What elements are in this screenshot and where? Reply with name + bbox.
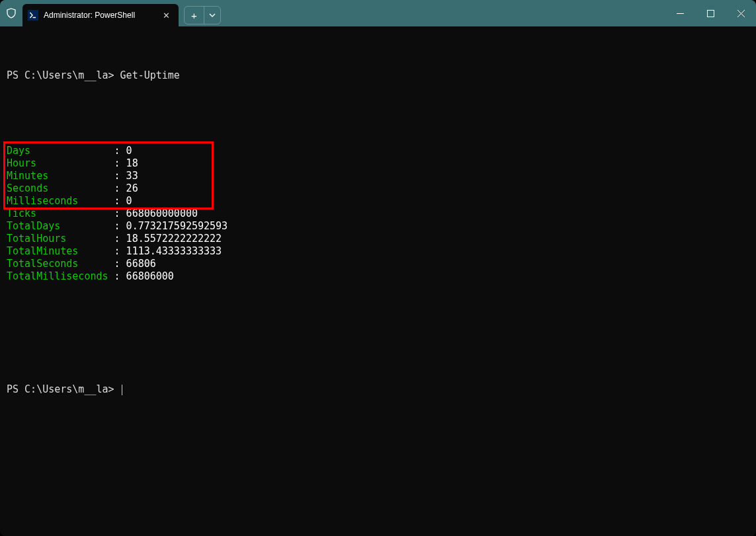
tab-close-button[interactable]: ✕	[160, 9, 172, 21]
prompt-prefix: PS	[7, 69, 24, 81]
colon: :	[114, 220, 126, 232]
colon: :	[114, 182, 126, 194]
prompt-line-1: PS C:\Users\m__la> Get-Uptime	[7, 69, 749, 82]
tab-title: Administrator: PowerShell	[44, 11, 155, 20]
window-controls	[665, 0, 756, 26]
output-row: Hours: 18	[7, 157, 749, 170]
output-row: Minutes: 33	[7, 170, 749, 182]
new-tab-group: +	[184, 6, 221, 24]
output-row: TotalMilliseconds: 66806000	[7, 270, 749, 283]
prompt-path: C:\Users\m__la>	[24, 383, 114, 395]
property-name: TotalDays	[7, 220, 114, 233]
property-name: Hours	[7, 157, 114, 170]
property-value: 18.5572222222222	[126, 233, 222, 245]
powershell-icon	[28, 10, 38, 20]
property-value: 1113.43333333333	[126, 245, 222, 257]
property-value: 668060000000	[126, 208, 198, 219]
property-value: 33	[126, 170, 138, 182]
property-value: 18	[126, 157, 138, 169]
property-name: TotalMilliseconds	[7, 270, 114, 283]
output-row: TotalMinutes: 1113.43333333333	[7, 245, 749, 258]
output-row: Milliseconds: 0	[7, 195, 749, 208]
property-name: Ticks	[7, 208, 114, 220]
property-name: Seconds	[7, 182, 114, 195]
property-name: TotalHours	[7, 233, 114, 245]
colon: :	[114, 157, 126, 169]
property-value: 66806000	[126, 270, 174, 282]
colon: :	[114, 195, 126, 207]
output-row: TotalHours: 18.5572222222222	[7, 233, 749, 245]
output-row: Ticks: 668060000000	[7, 208, 749, 220]
title-bar[interactable]: Administrator: PowerShell ✕ +	[0, 0, 756, 26]
property-value: 0	[126, 195, 132, 207]
prompt-prefix: PS	[7, 383, 24, 395]
output-row: TotalSeconds: 66806	[7, 258, 749, 270]
colon: :	[114, 170, 126, 182]
property-name: Days	[7, 145, 114, 157]
minimize-button[interactable]	[665, 0, 695, 26]
output-row: Seconds: 26	[7, 182, 749, 195]
new-tab-dropdown[interactable]	[204, 6, 220, 24]
svg-rect-0	[28, 11, 38, 20]
terminal-body[interactable]: PS C:\Users\m__la> Get-Uptime Days: 0Hou…	[0, 26, 756, 536]
colon: :	[114, 145, 126, 157]
tab-powershell[interactable]: Administrator: PowerShell ✕	[22, 4, 179, 26]
colon: :	[114, 270, 126, 282]
shield-icon	[0, 0, 22, 26]
property-value: 66806	[126, 258, 156, 270]
colon: :	[114, 233, 126, 245]
property-value: 0	[126, 145, 132, 157]
terminal-window: Administrator: PowerShell ✕ + PS C:\User…	[0, 0, 756, 536]
output-row: Days: 0	[7, 145, 749, 157]
property-value: 26	[126, 182, 138, 194]
prompt-line-2: PS C:\Users\m__la>	[7, 383, 749, 396]
property-name: TotalMinutes	[7, 245, 114, 258]
property-name: Minutes	[7, 170, 114, 182]
svg-rect-3	[707, 10, 714, 17]
colon: :	[114, 208, 126, 219]
colon: :	[114, 245, 126, 257]
blank-line	[7, 346, 749, 358]
colon: :	[114, 258, 126, 270]
blank-line	[7, 308, 749, 321]
maximize-button[interactable]	[695, 0, 726, 26]
cursor	[122, 385, 122, 395]
property-name: Milliseconds	[7, 195, 114, 208]
command-text: Get-Uptime	[120, 69, 180, 81]
new-tab-button[interactable]: +	[185, 6, 204, 24]
output-row: TotalDays: 0.773217592592593	[7, 220, 749, 233]
blank-line	[7, 107, 749, 120]
close-button[interactable]	[726, 0, 756, 26]
property-value: 0.773217592592593	[126, 220, 228, 232]
prompt-path: C:\Users\m__la>	[24, 69, 114, 81]
property-name: TotalSeconds	[7, 258, 114, 270]
